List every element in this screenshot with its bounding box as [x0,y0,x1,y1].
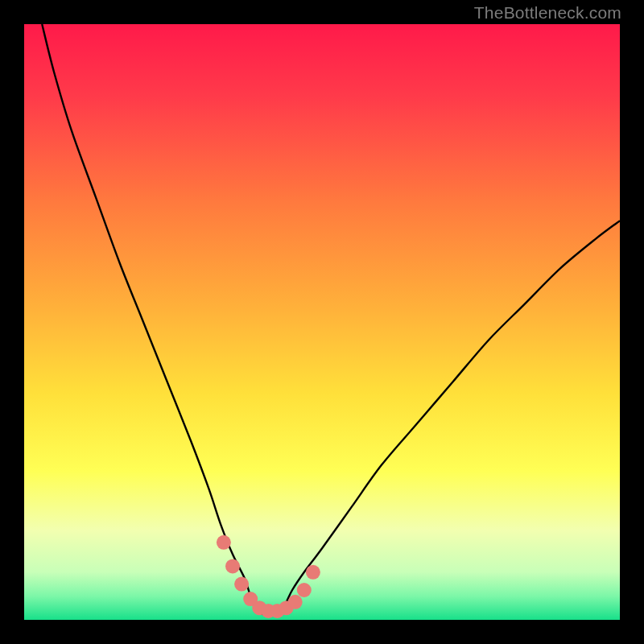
watermark-text: TheBottleneck.com [474,3,621,23]
plot-area [24,24,620,620]
marker-dot [225,559,240,573]
marker-dot [288,595,303,609]
marker-dot [217,535,231,550]
optimal-range-markers [217,535,320,618]
bottleneck-curve [42,24,620,614]
chart-svg [24,24,620,620]
marker-dot [306,565,320,580]
outer-frame: TheBottleneck.com [0,0,644,644]
marker-dot [297,583,312,597]
marker-dot [234,577,249,592]
